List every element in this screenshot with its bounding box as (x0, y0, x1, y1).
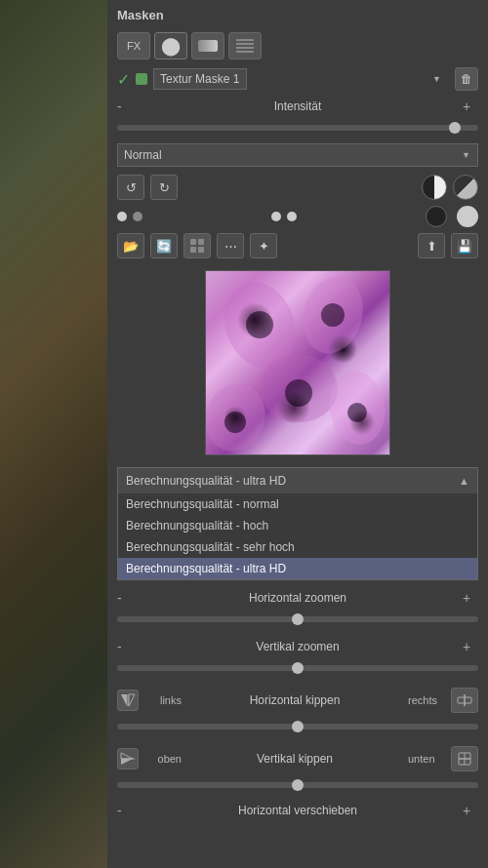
h-flip-center-label: Horizontal kippen (185, 693, 404, 707)
mode-select[interactable]: Normal Multiplizieren Aufhellen Abdunkel… (117, 143, 478, 167)
dot-gray-small[interactable] (133, 212, 142, 221)
horizontal-flip-slider[interactable] (117, 724, 478, 730)
quality-item-normal[interactable]: Berechnungsqualität - normal (118, 493, 477, 515)
gradient-icon (198, 40, 218, 52)
layer-select[interactable]: Textur Maske 1 (153, 68, 247, 90)
h-move-minus[interactable]: - (117, 803, 133, 818)
v-flip-bottom-label: unten (408, 753, 447, 765)
quality-list: Berechnungsqualität - normal Berechnungs… (118, 493, 477, 579)
fx-label: FX (127, 40, 141, 52)
mask-button[interactable] (453, 175, 478, 200)
v-zoom-slider-container (107, 658, 488, 680)
quality-dropdown: Berechnungsqualität - ultra HD ▲ Berechn… (117, 467, 478, 580)
svg-marker-12 (129, 694, 135, 706)
vertical-flip-slider[interactable] (117, 782, 478, 788)
horizontal-flip-section: links Horizontal kippen rechts (107, 682, 488, 740)
intensity-plus[interactable]: + (463, 99, 478, 114)
export-button[interactable]: 💾 (451, 233, 478, 258)
svg-point-6 (321, 303, 345, 327)
intensity-header: - Intensität + (107, 95, 488, 118)
h-zoom-label: Horizontal zoomen (133, 591, 463, 605)
v-zoom-plus[interactable]: + (463, 639, 478, 654)
h-zoom-minus[interactable]: - (117, 590, 133, 606)
preview-container (107, 262, 488, 463)
save-mask-icon: ⬆ (427, 239, 437, 254)
svg-point-9 (224, 412, 246, 433)
quality-header-text: Berechnungsqualität - ultra HD (126, 474, 459, 488)
intensity-slider[interactable] (117, 125, 478, 131)
svg-point-7 (285, 379, 312, 407)
left-background-panel (0, 0, 107, 868)
v-flip-slider-container (107, 775, 488, 797)
invert-button[interactable] (422, 175, 447, 200)
action-btn-3[interactable] (183, 233, 211, 258)
flower-svg (206, 271, 390, 455)
dot-dark-large[interactable] (426, 206, 447, 227)
redo-icon: ↻ (159, 180, 170, 195)
intensity-label: Intensität (133, 99, 463, 113)
tab-fx[interactable]: FX (117, 32, 150, 59)
save-mask-button[interactable]: ⬆ (418, 233, 445, 258)
redo-button[interactable]: ↻ (150, 175, 178, 200)
v-flip-svg (120, 752, 136, 766)
dot-row (107, 204, 488, 229)
grid-icon (190, 239, 204, 253)
action-btn-1[interactable]: 📂 (117, 233, 144, 258)
action-btn-5[interactable]: ✦ (250, 233, 277, 258)
quality-item-hoch[interactable]: Berechnungsqualität - hoch (118, 515, 477, 536)
vertical-zoom-slider[interactable] (117, 665, 478, 671)
v-flip-center-label: Vertikal kippen (185, 752, 404, 766)
horizontal-zoom-slider[interactable] (117, 616, 478, 622)
action-btn-4[interactable]: ⋯ (217, 233, 244, 258)
quality-item-sehr-hoch[interactable]: Berechnungsqualität - sehr hoch (118, 536, 477, 558)
layer-row: ✓ Textur Maske 1 🗑 (107, 63, 488, 95)
vertical-zoom-header: - Vertikal zoomen + (107, 635, 488, 658)
layer-check[interactable]: ✓ (117, 70, 130, 89)
vertical-flip-header: oben Vertikal kippen unten (107, 742, 488, 775)
svg-marker-17 (121, 753, 133, 759)
quality-item-ultra-hd[interactable]: Berechnungsqualität - ultra HD (118, 558, 477, 579)
h-flip-right-label: rechts (408, 694, 447, 706)
quality-header[interactable]: Berechnungsqualität - ultra HD ▲ (118, 468, 477, 493)
h-flip-action-btn[interactable] (451, 688, 478, 713)
layer-color-swatch (136, 73, 147, 85)
v-zoom-minus[interactable]: - (117, 639, 133, 654)
tab-pattern[interactable] (228, 32, 262, 59)
intensity-minus[interactable]: - (117, 99, 133, 114)
svg-marker-10 (121, 694, 127, 706)
dot-white-small[interactable] (117, 212, 127, 221)
v-flip-action-btn[interactable] (451, 746, 478, 771)
export-icon: 💾 (457, 239, 472, 254)
star-icon: ✦ (259, 239, 269, 254)
h-flip-slider-container (107, 717, 488, 738)
vertical-flip-section: oben Vertikal kippen unten (107, 740, 488, 799)
dot-center-2[interactable] (287, 212, 297, 221)
action-btn-2[interactable]: 🔄 (150, 233, 178, 258)
v-flip-action-svg (457, 752, 472, 766)
preview-image (205, 270, 390, 455)
tab-circle[interactable]: ⬤ (154, 32, 187, 59)
h-flip-left-label: links (142, 694, 182, 706)
vertical-zoom-section: - Vertikal zoomen + (107, 633, 488, 682)
dot-light-large[interactable] (457, 206, 478, 227)
horizontal-zoom-section: - Horizontal zoomen + (107, 584, 488, 633)
intensity-slider-container (107, 118, 488, 139)
trash-icon: 🗑 (461, 72, 472, 86)
svg-point-5 (246, 311, 273, 338)
h-flip-action-svg (457, 693, 472, 707)
v-flip-icon-btn[interactable] (117, 748, 139, 769)
reset-icon: 🔄 (156, 239, 172, 254)
h-flip-icon-btn[interactable] (117, 690, 139, 711)
h-zoom-plus[interactable]: + (463, 590, 478, 606)
h-move-plus[interactable]: + (463, 803, 478, 818)
delete-layer-button[interactable]: 🗑 (455, 67, 478, 91)
v-zoom-label: Vertikal zoomen (133, 640, 463, 653)
tab-gradient[interactable] (191, 32, 224, 59)
icon-row-1: ↺ ↻ (107, 171, 488, 204)
horizontal-zoom-header: - Horizontal zoomen + (107, 586, 488, 610)
dot-center-1[interactable] (271, 212, 281, 221)
undo-button[interactable]: ↺ (117, 175, 144, 200)
h-move-label: Horizontal verschieben (133, 804, 463, 817)
panel-title: Masken (107, 0, 488, 28)
svg-marker-15 (121, 759, 133, 765)
